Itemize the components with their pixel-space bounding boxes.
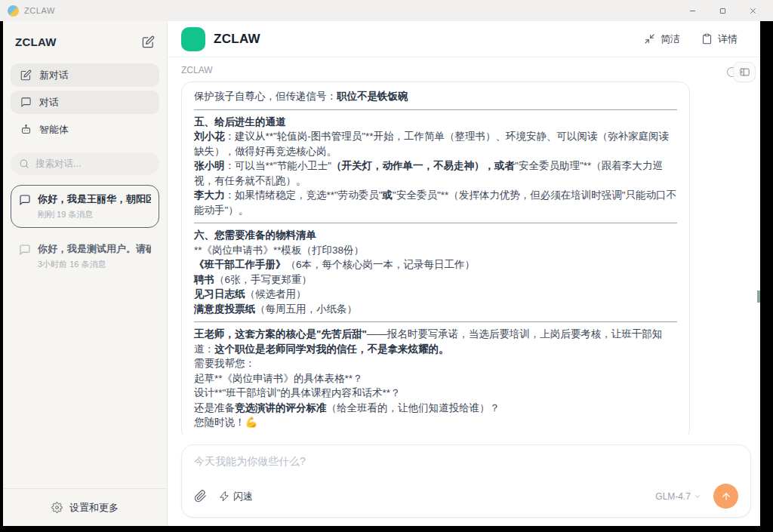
- maximize-button[interactable]: [717, 5, 728, 16]
- message-paragraph: **《岗位申请书》**模板（打印38份）: [194, 243, 677, 258]
- chat-bubble-icon: [19, 194, 31, 220]
- conversation-item-selected[interactable]: 你好，我是王丽华，朝阳区... 刚刚 19 条消息: [11, 185, 159, 228]
- settings-label: 设置和更多: [69, 501, 119, 515]
- sidebar-item-label: 智能体: [39, 123, 69, 137]
- message-divider: [194, 321, 677, 322]
- sidebar-item-chats[interactable]: 对话: [11, 91, 159, 114]
- sidebar-header: ZCLAW: [3, 24, 167, 59]
- paperclip-icon: [194, 490, 207, 503]
- message-paragraph: 起草**《岗位申请书》的具体表格**？: [194, 371, 677, 386]
- settings-and-more-button[interactable]: 设置和更多: [3, 488, 167, 526]
- sidebar-nav: 新对话 对话 智能体: [3, 59, 167, 141]
- message-paragraph: 设计**"班干部培训"的具体课程内容和话术**？: [194, 386, 677, 401]
- message-paragraph: 需要我帮您：: [194, 356, 677, 371]
- maximize-icon: [719, 7, 727, 15]
- app-logo-icon: [8, 5, 19, 17]
- os-titlebar: ZCLAW: [0, 0, 773, 21]
- send-button[interactable]: [713, 484, 738, 509]
- attach-file-button[interactable]: [194, 490, 207, 503]
- chat-bubble-icon: [20, 97, 32, 108]
- compact-view-label: 简洁: [661, 32, 680, 46]
- message-content: 保护孩子自尊心，但传递信号：职位不是铁饭碗五、给后进生的通道刘小花：建议从**"…: [194, 89, 677, 430]
- message-paragraph: 保护孩子自尊心，但传递信号：职位不是铁饭碗: [194, 89, 677, 104]
- model-selector[interactable]: GLM-4.7: [655, 491, 701, 502]
- app-window: ZCLAW 新对话 对话: [3, 21, 760, 526]
- clipboard-icon: [701, 33, 713, 45]
- message-divider: [194, 109, 677, 110]
- scrollbar-thumb[interactable]: [757, 291, 760, 303]
- message-paragraph: 您随时说！💪: [194, 415, 677, 430]
- chevron-down-icon: [694, 493, 701, 500]
- minimize-button[interactable]: [687, 5, 698, 16]
- message-paragraph: 还是准备竞选演讲的评分标准（给全班看的，让他们知道投给谁）？: [194, 401, 677, 416]
- message-paragraph: 见习日志纸（候选者用）: [194, 287, 677, 302]
- window-title: ZCLAW: [24, 6, 55, 15]
- message-input[interactable]: [194, 455, 738, 467]
- sidebar: ZCLAW 新对话 对话: [3, 21, 168, 526]
- conversation-title: 你好，我是测试用户。请确...: [38, 242, 151, 256]
- window-controls: [687, 5, 765, 16]
- close-icon: [749, 7, 757, 15]
- new-chat-compose-button[interactable]: [142, 35, 155, 48]
- sidebar-item-new-chat[interactable]: 新对话: [11, 63, 159, 87]
- brand-logo-icon: [181, 27, 205, 51]
- message-paragraph: 刘小花：建议从**"轮值岗-图书管理员"**开始，工作简单（整理书）、环境安静、…: [194, 129, 677, 158]
- conversation-search[interactable]: [11, 152, 159, 175]
- sender-label: ZCLAW: [181, 65, 760, 75]
- sidebar-item-label: 对话: [39, 96, 59, 109]
- conversation-meta: 刚刚 19 条消息: [38, 209, 151, 220]
- compact-view-button[interactable]: 简洁: [644, 32, 680, 46]
- detail-view-button[interactable]: 详情: [701, 32, 738, 46]
- message-paragraph: 张小明：可以当**"节能小卫士"（开关灯，动作单一，不易走神），或者"安全委员助…: [194, 158, 677, 188]
- chat-scroll-area: ZCLAW 保护孩子自尊心，但传递信号：职位不是铁饭碗五、给后进生的通道刘小花：…: [168, 57, 760, 435]
- sidebar-title: ZCLAW: [15, 35, 142, 48]
- brand-name: ZCLAW: [214, 32, 260, 47]
- search-icon: [19, 158, 29, 169]
- conversation-meta: 3小时前 16 条消息: [38, 259, 151, 270]
- close-button[interactable]: [747, 5, 758, 16]
- sidebar-item-label: 新对话: [39, 69, 69, 82]
- collapse-icon: [644, 33, 655, 45]
- conversation-list: 你好，我是王丽华，朝阳区... 刚刚 19 条消息 你好，我是测试用户。请确..…: [11, 185, 159, 278]
- detail-view-label: 详情: [718, 32, 738, 46]
- compose-icon: [20, 69, 32, 81]
- gear-icon: [51, 502, 63, 513]
- message-paragraph: 聘书（6张，手写更郑重）: [194, 272, 677, 288]
- panel-toggle-button[interactable]: [733, 62, 756, 82]
- message-divider: [194, 223, 677, 223]
- search-input[interactable]: [35, 158, 141, 169]
- arrow-up-icon: [721, 491, 731, 502]
- message-paragraph: 王老师，这套方案的核心是"先苦后甜"——报名时要写承诺，当选后要培训，上岗后要考…: [194, 327, 677, 356]
- conversation-title: 你好，我是王丽华，朝阳区...: [38, 192, 151, 206]
- message-paragraph: 《班干部工作手册》（6本，每个核心岗一本，记录每日工作）: [194, 257, 677, 272]
- main-panel: ZCLAW 简洁 详情 ZCLAW 保护孩子: [168, 21, 760, 526]
- minimize-icon: [688, 7, 697, 15]
- robot-icon: [20, 124, 32, 135]
- message-paragraph: 六、您需要准备的物料清单: [194, 228, 677, 243]
- message-paragraph: 满意度投票纸（每周五用，小纸条）: [194, 302, 677, 317]
- panel-icon: [739, 66, 750, 78]
- message-paragraph: 李大力：如果情绪稳定，竞选**"劳动委员"或"安全委员"**（发挥体力优势，但必…: [194, 188, 677, 217]
- message-paragraph: 五、给后进生的通道: [194, 115, 677, 130]
- composer: 闪速 GLM-4.7: [181, 444, 751, 518]
- compose-icon: [142, 35, 155, 48]
- chat-bubble-icon: [19, 244, 31, 270]
- model-name: GLM-4.7: [655, 491, 691, 502]
- assistant-message-bubble: 保护孩子自尊心，但传递信号：职位不是铁饭碗五、给后进生的通道刘小花：建议从**"…: [181, 81, 690, 435]
- sidebar-item-agents[interactable]: 智能体: [11, 118, 159, 141]
- conversation-item[interactable]: 你好，我是测试用户。请确... 3小时前 16 条消息: [11, 235, 159, 278]
- main-header: ZCLAW 简洁 详情: [168, 21, 760, 57]
- quick-mode-button[interactable]: 闪速: [219, 490, 253, 503]
- quick-mode-label: 闪速: [233, 490, 253, 503]
- lightning-icon: [219, 491, 229, 502]
